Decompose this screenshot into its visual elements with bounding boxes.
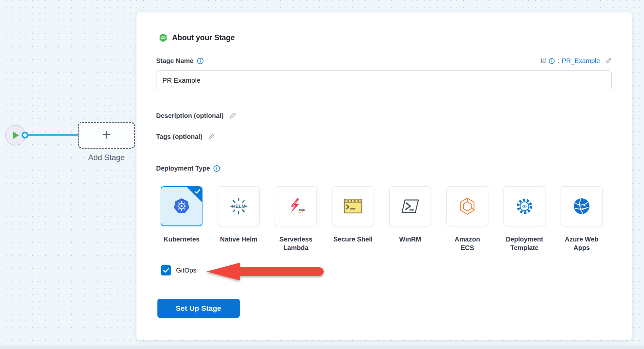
- gitops-checkbox-row[interactable]: GitOps: [161, 265, 196, 275]
- deployment-card-label: Serverless Lambda: [276, 235, 316, 252]
- about-stage-panel: About your Stage Stage Name Id: [137, 12, 632, 340]
- deployment-card-winrm[interactable]: [389, 186, 431, 226]
- deployment-card-label: Kubernetes: [164, 235, 200, 243]
- connector-port[interactable]: [22, 132, 28, 139]
- deployment-card-kubernetes[interactable]: [161, 186, 202, 226]
- description-label: Description (optional): [156, 112, 224, 120]
- deployment-card-azure-web-apps[interactable]: [561, 186, 603, 226]
- serverless-lambda-icon: aws: [287, 197, 305, 215]
- secure-shell-terminal-icon: [343, 198, 363, 215]
- deployment-card-secure-shell[interactable]: [332, 186, 374, 226]
- deployment-card-amazon-ecs[interactable]: [446, 186, 488, 226]
- id-separator: :: [557, 57, 559, 65]
- helm-icon: HELM: [229, 197, 248, 216]
- amazon-ecs-icon: [458, 197, 476, 215]
- svg-text:HELM: HELM: [232, 204, 245, 209]
- deployment-card-label: WinRM: [399, 235, 421, 243]
- plus-icon: +: [102, 127, 111, 142]
- cd-stage-icon: [159, 33, 168, 42]
- deployment-card-label: Secure Shell: [333, 235, 373, 243]
- svg-text:aws: aws: [299, 208, 305, 211]
- play-icon: [13, 131, 19, 139]
- info-icon[interactable]: [197, 58, 204, 64]
- stage-name-label: Stage Name: [156, 57, 194, 65]
- panel-header: About your Stage: [159, 33, 235, 42]
- check-icon: [195, 189, 200, 195]
- deployment-type-label: Deployment Type: [156, 165, 210, 172]
- connector-line: [28, 134, 78, 136]
- svg-text:</>: </>: [522, 204, 527, 209]
- info-icon[interactable]: [549, 58, 555, 64]
- canvas-bottom-strip: [0, 345, 644, 349]
- winrm-powershell-icon: [401, 198, 420, 214]
- edit-id-pencil-icon[interactable]: [604, 57, 612, 65]
- stage-name-input[interactable]: [156, 70, 612, 90]
- gitops-checkbox[interactable]: [161, 265, 171, 275]
- template-gear-icon: </>: [515, 197, 534, 216]
- info-icon[interactable]: [213, 165, 220, 172]
- edit-description-pencil-icon[interactable]: [228, 111, 237, 120]
- gitops-label: GitOps: [176, 267, 196, 274]
- deployment-card-label: Amazon ECS: [447, 235, 487, 252]
- deployment-card-deployment-template[interactable]: </>: [504, 186, 545, 226]
- pipeline-canvas[interactable]: + Add Stage About your Stage Stage Name: [0, 0, 644, 349]
- set-up-stage-button[interactable]: Set Up Stage: [157, 299, 240, 318]
- id-label: Id: [540, 57, 546, 65]
- deployment-card-label: Azure Web Apps: [562, 235, 602, 252]
- page-title: About your Stage: [172, 33, 235, 42]
- deployment-card-serverless-lambda[interactable]: aws: [275, 186, 317, 226]
- add-stage-node[interactable]: +: [78, 122, 135, 149]
- annotation-arrow: [205, 261, 325, 284]
- deployment-card-label: Native Helm: [220, 235, 258, 243]
- deployment-card-native-helm[interactable]: HELM: [218, 186, 260, 226]
- add-stage-label: Add Stage: [78, 153, 135, 162]
- tags-label: Tags (optional): [156, 133, 202, 141]
- azure-web-apps-globe-icon: [572, 197, 591, 215]
- stage-id-value: PR_Example: [562, 57, 600, 65]
- edit-tags-pencil-icon[interactable]: [207, 132, 216, 141]
- deployment-type-grid: Kubernetes: [161, 186, 603, 252]
- deployment-card-label: Deployment Template: [505, 235, 544, 252]
